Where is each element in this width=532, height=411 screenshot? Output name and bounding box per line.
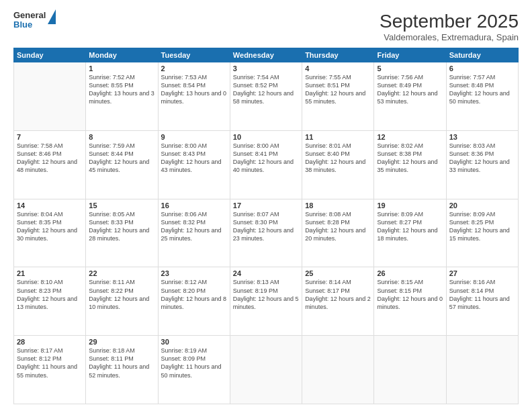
day-number: 2 [161,64,227,73]
calendar-week-row: 14 Sunrise: 8:04 AMSunset: 8:35 PMDaylig… [14,199,519,267]
logo-icon [48,9,56,24]
table-row: 2 Sunrise: 7:53 AMSunset: 8:54 PMDayligh… [158,62,230,131]
table-row: 15 Sunrise: 8:05 AMSunset: 8:33 PMDaylig… [86,199,158,267]
cell-info: Sunrise: 7:56 AMSunset: 8:49 PMDaylight:… [377,74,437,105]
day-number: 28 [17,338,83,346]
day-number: 3 [233,64,299,73]
logo-line1: General [13,11,46,20]
table-row: 30 Sunrise: 8:19 AMSunset: 8:09 PMDaylig… [158,336,230,404]
table-row: 22 Sunrise: 8:11 AMSunset: 8:22 PMDaylig… [86,267,158,336]
cell-info: Sunrise: 8:13 AMSunset: 8:19 PMDaylight:… [233,279,299,310]
table-row: 23 Sunrise: 8:12 AMSunset: 8:20 PMDaylig… [158,267,230,336]
day-number: 9 [161,133,227,141]
day-number: 4 [305,64,371,73]
table-row: 9 Sunrise: 8:00 AMSunset: 8:43 PMDayligh… [158,130,230,199]
cell-info: Sunrise: 7:55 AMSunset: 8:51 PMDaylight:… [305,74,365,105]
day-number: 15 [89,201,154,210]
cell-info: Sunrise: 8:14 AMSunset: 8:17 PMDaylight:… [305,279,371,310]
col-saturday: Saturday [446,48,518,62]
calendar-page: General Blue September 2025 Valdemorales… [0,0,532,411]
day-number: 10 [233,133,299,141]
day-number: 22 [89,269,154,277]
table-row: 4 Sunrise: 7:55 AMSunset: 8:51 PMDayligh… [302,62,374,131]
calendar-header-row: Sunday Monday Tuesday Wednesday Thursday… [14,48,519,62]
day-number: 1 [89,64,154,73]
table-row: 12 Sunrise: 8:02 AMSunset: 8:38 PMDaylig… [374,130,446,199]
table-row: 27 Sunrise: 8:16 AMSunset: 8:14 PMDaylig… [446,267,518,336]
logo-text: General Blue [13,11,46,30]
table-row: 3 Sunrise: 7:54 AMSunset: 8:52 PMDayligh… [230,62,302,131]
cell-info: Sunrise: 8:11 AMSunset: 8:22 PMDaylight:… [89,279,149,310]
cell-info: Sunrise: 8:16 AMSunset: 8:14 PMDaylight:… [449,279,510,310]
table-row: 8 Sunrise: 7:59 AMSunset: 8:44 PMDayligh… [86,130,158,199]
table-row [446,336,518,404]
table-row: 1 Sunrise: 7:52 AMSunset: 8:55 PMDayligh… [86,62,158,131]
day-number: 17 [233,201,299,210]
day-number: 16 [161,201,227,210]
day-number: 25 [305,269,371,277]
cell-info: Sunrise: 7:53 AMSunset: 8:54 PMDaylight:… [161,74,227,105]
col-wednesday: Wednesday [230,48,302,62]
cell-info: Sunrise: 8:01 AMSunset: 8:40 PMDaylight:… [305,142,365,173]
table-row: 24 Sunrise: 8:13 AMSunset: 8:19 PMDaylig… [230,267,302,336]
table-row: 16 Sunrise: 8:06 AMSunset: 8:32 PMDaylig… [158,199,230,267]
cell-info: Sunrise: 8:19 AMSunset: 8:09 PMDaylight:… [161,347,222,378]
calendar-week-row: 7 Sunrise: 7:58 AMSunset: 8:46 PMDayligh… [14,130,519,199]
day-number: 8 [89,133,154,141]
cell-info: Sunrise: 8:02 AMSunset: 8:38 PMDaylight:… [377,142,437,173]
day-number: 23 [161,269,227,277]
calendar-week-row: 28 Sunrise: 8:17 AMSunset: 8:12 PMDaylig… [14,336,519,404]
cell-info: Sunrise: 8:05 AMSunset: 8:33 PMDaylight:… [89,211,149,242]
table-row: 5 Sunrise: 7:56 AMSunset: 8:49 PMDayligh… [374,62,446,131]
calendar-week-row: 1 Sunrise: 7:52 AMSunset: 8:55 PMDayligh… [14,62,519,131]
logo-line2: Blue [13,20,46,30]
day-number: 24 [233,269,299,277]
col-sunday: Sunday [14,48,86,62]
day-number: 18 [305,201,371,210]
day-number: 13 [449,133,515,141]
table-row [14,62,86,131]
cell-info: Sunrise: 7:57 AMSunset: 8:48 PMDaylight:… [449,74,510,105]
cell-info: Sunrise: 7:52 AMSunset: 8:55 PMDaylight:… [89,74,154,105]
cell-info: Sunrise: 8:03 AMSunset: 8:36 PMDaylight:… [449,142,510,173]
cell-info: Sunrise: 8:09 AMSunset: 8:27 PMDaylight:… [377,211,437,242]
table-row: 28 Sunrise: 8:17 AMSunset: 8:12 PMDaylig… [14,336,86,404]
day-number: 29 [89,338,154,346]
day-number: 11 [305,133,371,141]
cell-info: Sunrise: 7:54 AMSunset: 8:52 PMDaylight:… [233,74,294,105]
day-number: 7 [17,133,83,141]
table-row: 21 Sunrise: 8:10 AMSunset: 8:23 PMDaylig… [14,267,86,336]
col-tuesday: Tuesday [158,48,230,62]
cell-info: Sunrise: 8:06 AMSunset: 8:32 PMDaylight:… [161,211,222,242]
calendar-week-row: 21 Sunrise: 8:10 AMSunset: 8:23 PMDaylig… [14,267,519,336]
day-number: 19 [377,201,443,210]
table-row [230,336,302,404]
cell-info: Sunrise: 8:18 AMSunset: 8:11 PMDaylight:… [89,347,149,378]
title-block: September 2025 Valdemorales, Extremadura… [380,11,519,42]
table-row: 25 Sunrise: 8:14 AMSunset: 8:17 PMDaylig… [302,267,374,336]
cell-info: Sunrise: 8:08 AMSunset: 8:28 PMDaylight:… [305,211,365,242]
table-row: 18 Sunrise: 8:08 AMSunset: 8:28 PMDaylig… [302,199,374,267]
table-row: 14 Sunrise: 8:04 AMSunset: 8:35 PMDaylig… [14,199,86,267]
day-number: 27 [449,269,515,277]
table-row: 20 Sunrise: 8:09 AMSunset: 8:25 PMDaylig… [446,199,518,267]
cell-info: Sunrise: 8:00 AMSunset: 8:43 PMDaylight:… [161,142,222,173]
cell-info: Sunrise: 8:17 AMSunset: 8:12 PMDaylight:… [17,347,77,378]
col-friday: Friday [374,48,446,62]
day-number: 26 [377,269,443,277]
table-row: 7 Sunrise: 7:58 AMSunset: 8:46 PMDayligh… [14,130,86,199]
header: General Blue September 2025 Valdemorales… [13,11,519,42]
logo: General Blue [13,11,56,30]
day-number: 5 [377,64,443,73]
day-number: 30 [161,338,227,346]
table-row [302,336,374,404]
table-row: 17 Sunrise: 8:07 AMSunset: 8:30 PMDaylig… [230,199,302,267]
table-row: 10 Sunrise: 8:00 AMSunset: 8:41 PMDaylig… [230,130,302,199]
cell-info: Sunrise: 8:07 AMSunset: 8:30 PMDaylight:… [233,211,294,242]
day-number: 21 [17,269,83,277]
cell-info: Sunrise: 7:59 AMSunset: 8:44 PMDaylight:… [89,142,149,173]
day-number: 12 [377,133,443,141]
table-row: 6 Sunrise: 7:57 AMSunset: 8:48 PMDayligh… [446,62,518,131]
cell-info: Sunrise: 8:09 AMSunset: 8:25 PMDaylight:… [449,211,510,242]
cell-info: Sunrise: 8:12 AMSunset: 8:20 PMDaylight:… [161,279,227,310]
